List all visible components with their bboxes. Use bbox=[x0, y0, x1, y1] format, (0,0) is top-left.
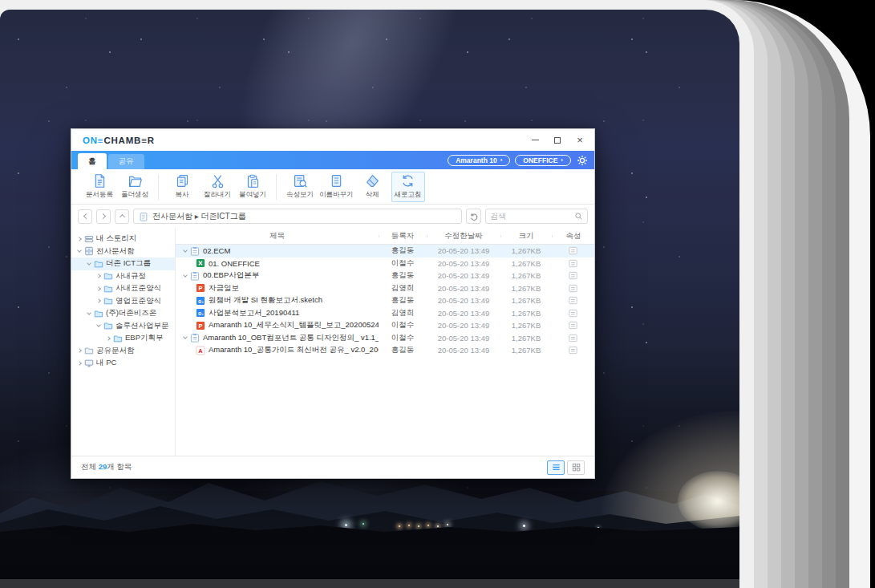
tree-item-label: 내 스토리지 bbox=[96, 233, 136, 244]
toolbar-button-속성보기[interactable]: 속성보기 bbox=[283, 172, 317, 202]
toolbar-button-삭제[interactable]: 삭제 bbox=[356, 172, 390, 202]
pill-button-Amaranth 10[interactable]: Amaranth 10› bbox=[448, 155, 510, 166]
navigation-bar: 전사문서함 ▸ 더존ICT그룹 bbox=[71, 205, 594, 228]
file-size: 1,267KB bbox=[500, 259, 552, 268]
attributes-button[interactable] bbox=[568, 283, 579, 294]
tree-item-내 스토리지[interactable]: 내 스토리지 bbox=[71, 233, 175, 245]
table-row[interactable]: o사업분석보고서_20190411김영희20-05-20 13:491,267K… bbox=[176, 307, 594, 320]
tree-item-label: 전사문서함 bbox=[96, 246, 135, 257]
tree-item-사내표준양식[interactable]: 사내표준양식 bbox=[71, 282, 175, 295]
table-row[interactable]: P자금일보김영희20-05-20 13:491,267KB bbox=[176, 282, 594, 295]
file-title: 01. ONEFFICE bbox=[209, 259, 260, 268]
search-input[interactable] bbox=[490, 212, 574, 221]
column-header-attr[interactable]: 속성 bbox=[552, 231, 595, 241]
tree-item-사내규정[interactable]: 사내규정 bbox=[71, 270, 175, 283]
toolbar-label: 속성보기 bbox=[286, 190, 314, 200]
chevron-down-icon[interactable] bbox=[183, 273, 188, 278]
modified-date: 20-05-20 13:49 bbox=[427, 296, 500, 305]
attributes-button[interactable] bbox=[568, 295, 579, 306]
tree-item-더존 ICT그룹[interactable]: 더존 ICT그룹 bbox=[71, 258, 175, 270]
toolbar-label: 잘라내기 bbox=[204, 190, 231, 200]
tab-공유[interactable]: 공유 bbox=[108, 154, 144, 169]
toolbar-button-붙여넣기[interactable]: 붙여넣기 bbox=[236, 172, 269, 202]
folder-icon bbox=[94, 259, 103, 269]
tree-item-영업표준양식[interactable]: 영업표준양식 bbox=[71, 295, 175, 308]
table-row[interactable]: 02.ECM홍길동20-05-20 13:491,267KB bbox=[176, 245, 594, 258]
grid-view-button[interactable] bbox=[567, 460, 585, 475]
toolbar-button-폴더생성[interactable]: 폴더생성 bbox=[118, 172, 152, 202]
tree-item-전사문서함[interactable]: 전사문서함 bbox=[71, 245, 175, 258]
column-header-title[interactable]: 제목 bbox=[176, 231, 379, 241]
attributes-button[interactable] bbox=[568, 270, 579, 281]
column-header-size[interactable]: 크기 bbox=[500, 231, 552, 241]
minimize-button[interactable] bbox=[530, 136, 540, 145]
tab-홈[interactable]: 홈 bbox=[78, 153, 107, 169]
file-title: 사업분석보고서_20190411 bbox=[209, 308, 299, 318]
pill-button-ONEFFICE[interactable]: ONEFFICE› bbox=[515, 155, 571, 166]
toolbar-button-새로고침[interactable]: 새로고침 bbox=[391, 172, 425, 202]
attributes-button[interactable] bbox=[568, 308, 579, 318]
toolbar-button-문서등록[interactable]: 문서등록 bbox=[83, 172, 116, 202]
close-button[interactable]: × bbox=[575, 136, 585, 145]
tree-item-EBP기획부[interactable]: EBP기획부 bbox=[71, 332, 175, 345]
doc-new-icon bbox=[92, 173, 107, 189]
attributes-button[interactable] bbox=[568, 245, 579, 256]
table-row[interactable]: Amaranth 10_OBT컴포넌트 공통 디자인정의_ v1.1_20060… bbox=[176, 332, 594, 345]
back-button[interactable] bbox=[78, 209, 92, 224]
toolbar-button-이름바꾸기[interactable]: 이름바꾸기 bbox=[318, 172, 354, 202]
chevron-right-icon[interactable] bbox=[96, 286, 101, 291]
attributes-button[interactable] bbox=[568, 345, 579, 355]
column-header-registrant[interactable]: 등록자 bbox=[379, 231, 427, 241]
tree-item-(주)더존비즈온[interactable]: (주)더존비즈온 bbox=[71, 307, 175, 320]
table-row[interactable]: o원챔버 개발 SI 현황보고서.sketch홍길동20-05-20 13:49… bbox=[176, 294, 594, 307]
forward-button[interactable] bbox=[96, 209, 111, 224]
attributes-button[interactable] bbox=[568, 320, 579, 330]
folder-icon bbox=[94, 309, 103, 318]
folder-icon bbox=[103, 284, 113, 294]
path-refresh-button[interactable] bbox=[466, 209, 481, 224]
chevron-down-icon[interactable] bbox=[77, 248, 82, 253]
tree-item-내 PC[interactable]: 내 PC bbox=[71, 357, 175, 370]
status-bar: 전체 29개 항목 bbox=[71, 456, 594, 478]
chevron-down-icon[interactable] bbox=[87, 261, 91, 266]
chevron-down-icon[interactable] bbox=[96, 322, 101, 327]
column-header-modified[interactable]: 수정한날짜 bbox=[427, 231, 500, 241]
file-size: 1,267KB bbox=[500, 321, 552, 330]
list-view-button[interactable] bbox=[547, 460, 565, 475]
excel-icon bbox=[196, 258, 205, 268]
chevron-right-icon[interactable] bbox=[77, 348, 82, 353]
tree-item-솔루션사업부문[interactable]: 솔루션사업부문 bbox=[71, 320, 175, 333]
toolbar-button-잘라내기[interactable]: 잘라내기 bbox=[201, 172, 234, 202]
table-row[interactable]: 01. ONEFFICE이철수20-05-20 13:491,267KB bbox=[176, 258, 594, 270]
grid-view-icon bbox=[571, 462, 581, 472]
table-row[interactable]: 00.EBP사업본부홍길동20-05-20 13:491,267KB bbox=[176, 270, 594, 282]
rename-icon bbox=[329, 173, 344, 189]
tree-item-공유문서함[interactable]: 공유문서함 bbox=[71, 345, 175, 358]
table-row[interactable]: AAmaranth 10_공통가이드 최신버전 공유_ v2.0_200611홍… bbox=[176, 344, 594, 357]
app-window: ON≡CHAMB≡R × 홈공유 Amaranth 10›ONEFFICE› bbox=[71, 128, 595, 479]
oneffice-icon: o bbox=[196, 308, 205, 318]
modified-date: 20-05-20 13:49 bbox=[427, 309, 500, 318]
toolbar-label: 삭제 bbox=[366, 190, 379, 200]
folder-tree: 내 스토리지전사문서함더존 ICT그룹사내규정사내표준양식영업표준양식(주)더존… bbox=[71, 228, 176, 456]
attributes-button[interactable] bbox=[568, 333, 579, 343]
chevron-right-icon[interactable] bbox=[96, 298, 101, 303]
chevron-right-icon[interactable] bbox=[77, 237, 82, 241]
up-button[interactable] bbox=[115, 209, 129, 224]
gear-icon[interactable] bbox=[577, 155, 588, 166]
toolbar-button-복사[interactable]: 복사 bbox=[165, 172, 199, 202]
chevron-down-icon[interactable] bbox=[87, 310, 91, 315]
registrant: 홍길동 bbox=[379, 295, 427, 306]
attributes-button[interactable] bbox=[568, 258, 579, 269]
breadcrumb[interactable]: 전사문서함 ▸ 더존ICT그룹 bbox=[133, 209, 462, 224]
registrant: 이철수 bbox=[379, 258, 427, 269]
svg-text:A: A bbox=[198, 347, 203, 355]
chevron-down-icon[interactable] bbox=[183, 335, 188, 339]
modified-date: 20-05-20 13:49 bbox=[427, 246, 500, 255]
maximize-button[interactable] bbox=[553, 136, 562, 145]
chevron-right-icon[interactable] bbox=[106, 336, 111, 341]
chevron-down-icon[interactable] bbox=[183, 248, 188, 253]
chevron-right-icon[interactable] bbox=[77, 361, 82, 366]
table-row[interactable]: PAmaranth 10_세무소식지_템플릿_보고_20200524이철수20-… bbox=[176, 319, 594, 332]
chevron-right-icon[interactable] bbox=[96, 274, 101, 278]
